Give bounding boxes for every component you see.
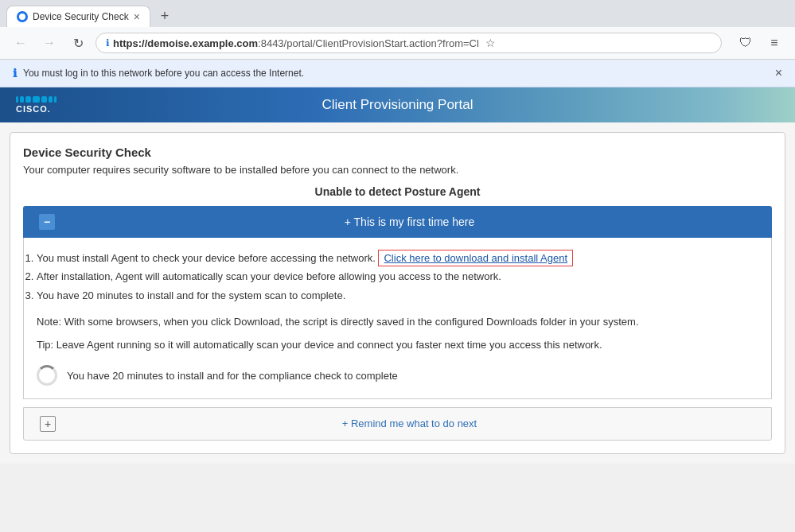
- cisco-line-5: [41, 96, 47, 103]
- browser-nav-icons: 🛡 ≡: [735, 32, 785, 54]
- bookmark-icon[interactable]: ☆: [485, 37, 496, 49]
- tab-bar: Device Security Check × +: [0, 0, 795, 27]
- active-tab[interactable]: Device Security Check ×: [6, 6, 150, 27]
- first-time-section: − + This is my first time here You must …: [23, 206, 772, 399]
- cisco-line-7: [54, 96, 57, 103]
- instruction-2: After installation, Agent will automatic…: [37, 267, 758, 285]
- browser-chrome: Device Security Check × + ← → ↻ ℹ https:…: [0, 0, 795, 87]
- cisco-line-3: [25, 96, 31, 103]
- tab-title: Device Security Check: [33, 11, 129, 22]
- cisco-logo: CISCO.: [16, 96, 57, 114]
- cisco-line-1: [16, 96, 18, 103]
- url-bar[interactable]: ℹ https://demoise.example.com :8443/port…: [95, 33, 722, 53]
- note-text: Note: With some browsers, when you click…: [37, 314, 758, 331]
- instruction-3: You have 20 minutes to install and for t…: [37, 286, 758, 305]
- portal-title: Client Provisioning Portal: [322, 97, 473, 113]
- menu-icon[interactable]: ≡: [763, 32, 785, 54]
- spinner: [37, 365, 59, 387]
- first-time-header[interactable]: − + This is my first time here: [23, 206, 772, 238]
- info-bar-message: You must log in to this network before y…: [23, 68, 769, 79]
- cisco-header: CISCO. Client Provisioning Portal: [0, 87, 795, 122]
- info-bar: ℹ You must log in to this network before…: [0, 60, 795, 87]
- cisco-line-6: [49, 96, 53, 103]
- url-domain: https://demoise.example.com: [113, 37, 258, 49]
- cisco-logo-lines: [16, 96, 57, 103]
- instruction-1: You must install Agent to check your dev…: [37, 249, 758, 267]
- info-icon: ℹ: [13, 67, 17, 80]
- cisco-line-2: [20, 96, 24, 103]
- timer-text: You have 20 minutes to install and for t…: [67, 370, 398, 382]
- download-agent-link[interactable]: Click here to download and install Agent: [378, 250, 573, 266]
- section-heading: Unable to detect Posture Agent: [23, 185, 772, 198]
- main-card: Device Security Check Your computer requ…: [10, 132, 785, 454]
- url-path: :8443/portal/ClientProvisionStart.action…: [258, 37, 479, 49]
- collapse-button[interactable]: −: [39, 214, 55, 230]
- tab-favicon: [17, 11, 28, 22]
- remind-label: + Remind me what to do next: [64, 417, 755, 429]
- info-bar-close-button[interactable]: ×: [775, 66, 782, 80]
- remind-expand-button[interactable]: +: [40, 416, 56, 432]
- lock-icon: ℹ: [106, 37, 110, 49]
- nav-bar: ← → ↻ ℹ https://demoise.example.com :844…: [0, 27, 795, 60]
- card-subtitle: Your computer requires security software…: [23, 164, 772, 176]
- instruction-1-text: You must install Agent to check your dev…: [37, 252, 378, 264]
- shield-icon[interactable]: 🛡: [735, 32, 757, 54]
- card-title: Device Security Check: [23, 146, 772, 159]
- new-tab-button[interactable]: +: [154, 5, 176, 27]
- reload-button[interactable]: ↻: [67, 32, 89, 54]
- instructions-list: You must install Agent to check your dev…: [37, 249, 758, 305]
- cisco-wordmark: CISCO.: [16, 104, 51, 114]
- tip-text: Tip: Leave Agent running so it will auto…: [37, 337, 758, 354]
- tab-close-button[interactable]: ×: [134, 11, 140, 22]
- cisco-line-4: [33, 96, 40, 103]
- content-area: Device Security Check Your computer requ…: [0, 122, 795, 464]
- first-time-body: You must install Agent to check your dev…: [23, 238, 772, 399]
- spinner-ring: [37, 365, 57, 386]
- remind-bar[interactable]: + + Remind me what to do next: [23, 407, 772, 441]
- first-time-header-label: + This is my first time here: [63, 216, 756, 228]
- forward-button[interactable]: →: [38, 32, 60, 54]
- back-button[interactable]: ←: [10, 32, 32, 54]
- timer-row: You have 20 minutes to install and for t…: [37, 365, 758, 387]
